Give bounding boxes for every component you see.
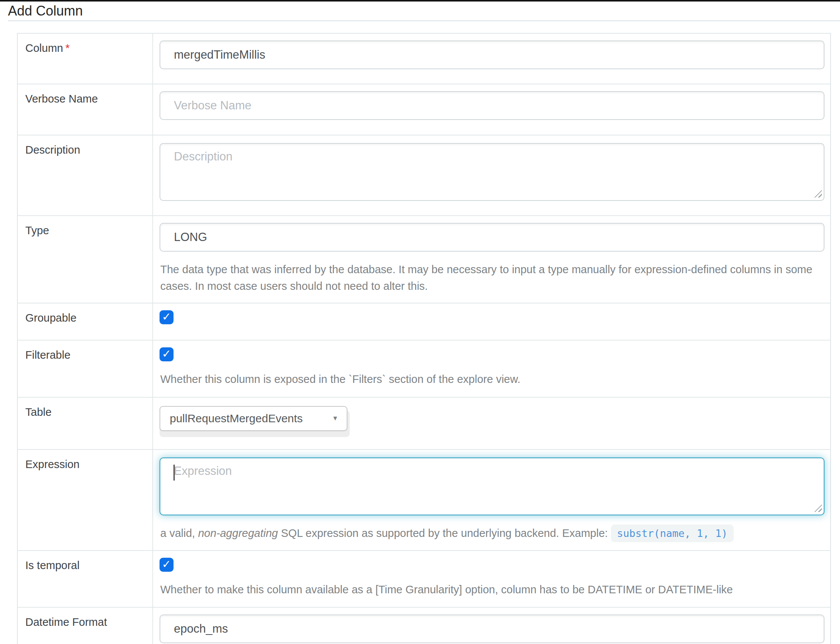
field-control-datetime-format — [153, 608, 830, 644]
field-control-groupable: ✓ — [153, 304, 830, 340]
type-input[interactable] — [159, 223, 825, 251]
field-control-type: The data type that was inferred by the d… — [153, 216, 830, 303]
description-textarea-wrapper — [159, 143, 825, 201]
expression-textarea[interactable] — [159, 457, 825, 515]
label-text: Type — [25, 224, 49, 237]
description-textarea[interactable] — [159, 143, 825, 201]
datetime-format-input[interactable] — [159, 614, 825, 643]
expression-help-text: a valid, non-aggregating SQL expression … — [160, 525, 825, 542]
field-label-is-temporal: Is temporal — [18, 551, 153, 607]
field-label-groupable: Groupable — [18, 304, 153, 340]
label-text: Is temporal — [25, 559, 79, 571]
text-cursor — [174, 465, 175, 481]
column-name-input[interactable] — [159, 41, 825, 69]
help-text-part: SQL expression as supported by the under… — [278, 527, 611, 539]
label-text: Expression — [25, 458, 79, 470]
field-label-verbose-name: Verbose Name — [18, 84, 153, 135]
type-help-text: The data type that was inferred by the d… — [160, 261, 825, 294]
is-temporal-help-text: Whether to make this column available as… — [160, 581, 825, 598]
help-text-emphasis: non-aggregating — [198, 527, 278, 539]
field-control-description — [153, 135, 830, 215]
label-text: Datetime Format — [25, 616, 107, 628]
form-row-description: Description — [18, 135, 830, 216]
top-divider — [0, 0, 840, 2]
label-text: Description — [25, 144, 80, 156]
title-rule — [8, 20, 840, 21]
field-control-verbose-name — [153, 84, 830, 135]
table-select-box[interactable]: pullRequestMergedEvents ▼ — [159, 406, 347, 431]
field-control-column — [153, 34, 830, 84]
field-control-expression: a valid, non-aggregating SQL expression … — [153, 450, 830, 550]
form-row-expression: Expression a valid, non-aggregating SQL … — [18, 450, 830, 551]
field-control-filterable: ✓ Whether this column is exposed in the … — [153, 340, 830, 397]
field-control-is-temporal: ✓ Whether to make this column available … — [153, 551, 830, 607]
expression-textarea-wrapper — [159, 457, 825, 515]
sql-example-code: substr(name, 1, 1) — [611, 524, 734, 542]
help-text-part: a valid, — [160, 527, 198, 539]
form-row-groupable: Groupable ✓ — [18, 304, 830, 340]
field-label-description: Description — [18, 135, 153, 215]
label-text: Column — [25, 42, 63, 54]
is-temporal-checkbox[interactable]: ✓ — [159, 558, 174, 572]
form-row-datetime-format: Datetime Format — [18, 608, 830, 644]
label-text: Verbose Name — [25, 93, 98, 105]
field-label-filterable: Filterable — [18, 340, 153, 397]
chevron-down-icon: ▼ — [332, 415, 338, 422]
label-text: Groupable — [25, 312, 76, 324]
field-label-expression: Expression — [18, 450, 153, 550]
field-label-datetime-format: Datetime Format — [18, 608, 153, 644]
page-title: Add Column — [8, 3, 840, 18]
form-row-table: Table pullRequestMergedEvents ▼ — [18, 398, 830, 450]
label-text: Table — [25, 406, 51, 418]
field-label-column: Column* — [18, 34, 153, 84]
filterable-help-text: Whether this column is exposed in the `F… — [160, 371, 825, 388]
required-marker: * — [65, 42, 70, 54]
verbose-name-input[interactable] — [159, 91, 825, 120]
groupable-checkbox[interactable]: ✓ — [159, 310, 174, 324]
form-row-column: Column* — [18, 34, 830, 84]
field-label-table: Table — [18, 398, 153, 449]
table-select[interactable]: pullRequestMergedEvents ▼ — [159, 406, 347, 431]
add-column-form: Column* Verbose Name Description Type Th… — [17, 33, 831, 644]
table-select-value: pullRequestMergedEvents — [170, 412, 332, 425]
filterable-checkbox[interactable]: ✓ — [159, 347, 174, 361]
checkmark-icon: ✓ — [162, 559, 171, 570]
label-text: Filterable — [25, 349, 70, 361]
form-row-is-temporal: Is temporal ✓ Whether to make this colum… — [18, 551, 830, 608]
form-row-type: Type The data type that was inferred by … — [18, 216, 830, 304]
field-control-table: pullRequestMergedEvents ▼ — [153, 398, 830, 449]
checkmark-icon: ✓ — [162, 348, 171, 360]
field-label-type: Type — [18, 216, 153, 303]
checkmark-icon: ✓ — [162, 311, 171, 322]
form-row-filterable: Filterable ✓ Whether this column is expo… — [18, 340, 830, 398]
form-row-verbose-name: Verbose Name — [18, 84, 830, 135]
